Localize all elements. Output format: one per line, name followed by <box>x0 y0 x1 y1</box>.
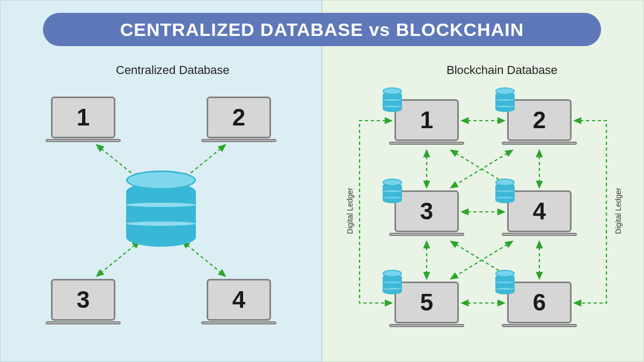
panel-blockchain <box>322 0 644 362</box>
node-number: 3 <box>77 286 90 313</box>
ledger-icon <box>383 87 402 112</box>
main-title: CENTRALIZED DATABASE vs BLOCKCHAIN <box>120 19 524 40</box>
main-title-bar: CENTRALIZED DATABASE vs BLOCKCHAIN <box>43 13 601 46</box>
blockchain-node: 3 <box>394 190 459 239</box>
ledger-label-left: Digital Ledger <box>346 188 354 234</box>
node-number: 4 <box>533 198 546 225</box>
node-number: 4 <box>232 286 245 313</box>
heading-centralized: Centralized Database <box>116 63 230 77</box>
central-database-icon <box>126 171 196 248</box>
ledger-icon <box>495 87 515 112</box>
laptop-node: 2 <box>207 97 271 145</box>
blockchain-node: 1 <box>394 99 459 147</box>
ledger-icon <box>383 270 402 294</box>
ledger-icon <box>495 270 515 294</box>
blockchain-node: 6 <box>507 282 572 330</box>
ledger-icon <box>495 179 515 203</box>
node-number: 2 <box>533 107 546 134</box>
node-number: 2 <box>232 104 245 131</box>
laptop-node: 3 <box>51 279 115 327</box>
blockchain-node: 4 <box>507 190 572 239</box>
node-number: 1 <box>77 104 90 131</box>
laptop-node: 4 <box>207 279 271 327</box>
node-number: 1 <box>420 107 433 134</box>
blockchain-node: 5 <box>394 282 459 330</box>
heading-blockchain: Blockchain Database <box>447 63 558 77</box>
node-number: 3 <box>420 198 433 225</box>
node-number: 6 <box>533 289 546 316</box>
ledger-icon <box>383 179 402 203</box>
diagram-canvas: CENTRALIZED DATABASE vs BLOCKCHAIN Centr… <box>0 0 644 362</box>
ledger-label-right: Digital Ledger <box>614 188 623 234</box>
blockchain-node: 2 <box>507 99 572 147</box>
laptop-node: 1 <box>51 97 115 145</box>
node-number: 5 <box>420 289 433 316</box>
